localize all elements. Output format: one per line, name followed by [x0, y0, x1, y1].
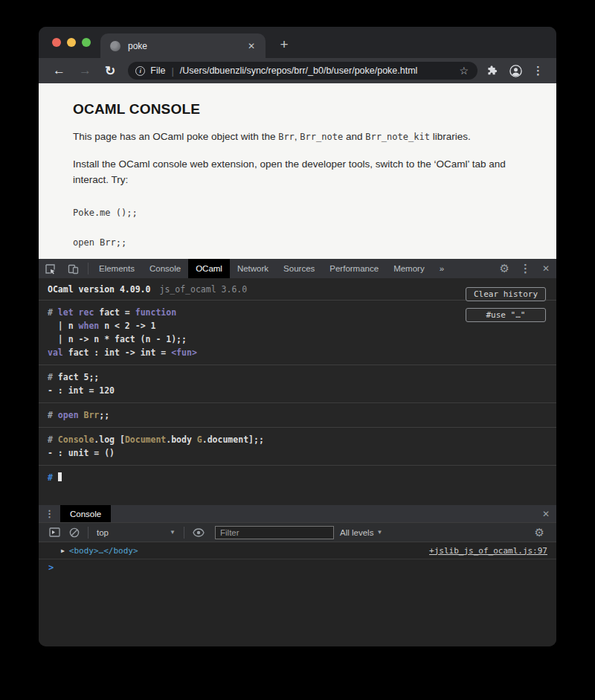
text-segment: Console	[58, 434, 94, 445]
devtools-controls: ⚙ ⋮ ✕	[486, 259, 556, 278]
address-bar[interactable]: i File | /Users/dbuenzli/sync/repos/brr/…	[128, 62, 477, 80]
text-segment: libraries.	[430, 131, 471, 142]
devtools-tabbar: Elements Console OCaml Network Sources P…	[39, 259, 556, 278]
traffic-lights	[52, 38, 91, 47]
console-settings-gear-icon[interactable]: ⚙	[529, 526, 550, 539]
code-sample: open Brr;;	[73, 237, 522, 248]
tab-favicon-icon	[110, 41, 120, 51]
page-info-icon[interactable]: i	[135, 66, 145, 76]
text-segment: #	[48, 410, 58, 420]
page-content: OCAML CONSOLE This page has an OCaml pok…	[39, 83, 556, 259]
drawer-close-icon[interactable]: ✕	[536, 509, 556, 519]
devtools-menu-icon[interactable]: ⋮	[515, 262, 536, 275]
devtools-close-icon[interactable]: ✕	[536, 263, 556, 274]
logged-dom-node[interactable]: <body>…</body>	[69, 546, 138, 556]
forward-icon[interactable]: →	[72, 63, 98, 78]
browser-window: poke ✕ + ← → ↻ i File | /Users/dbuenzli/…	[39, 27, 556, 646]
use-file-button[interactable]: #use "…"	[466, 308, 546, 322]
text-segment: val	[48, 347, 63, 358]
clear-console-icon[interactable]	[65, 527, 84, 538]
text-segment: Brr	[84, 410, 100, 420]
console-messages: ▶ <body>…</body> +jslib_js_of_ocaml.js:9…	[39, 542, 556, 646]
tab-console[interactable]: Console	[142, 259, 188, 278]
browser-tab[interactable]: poke ✕	[100, 33, 266, 58]
repl-entry: # open Brr;;	[39, 403, 556, 428]
text-segment: #	[48, 472, 58, 483]
tab-memory[interactable]: Memory	[386, 259, 432, 278]
console-drawer-header: ⋮ Console ✕	[39, 505, 556, 523]
toolbar-right: ⋮	[482, 64, 549, 77]
text-segment: fact 5;;	[58, 372, 99, 382]
divider	[88, 263, 89, 274]
chevron-down-icon: ▼	[170, 529, 176, 536]
extensions-puzzle-icon[interactable]	[482, 65, 504, 77]
text-segment: This page has an OCaml poke object with …	[73, 131, 278, 142]
url-scheme-label: File	[150, 65, 165, 76]
context-selector-value: top	[97, 528, 109, 537]
text-segment: .body	[166, 434, 197, 445]
text-segment: #	[48, 372, 58, 382]
maximize-window-button[interactable]	[82, 38, 91, 47]
install-paragraph: Install the OCaml console web extension,…	[73, 157, 522, 188]
repl-buttons: Clear history #use "…"	[466, 287, 546, 322]
repl-entry: # Console.log [Document.body G.document]…	[39, 428, 556, 466]
devtools-settings-gear-icon[interactable]: ⚙	[493, 262, 515, 275]
intro-paragraph: This page has an OCaml poke object with …	[73, 129, 522, 145]
repl-entry: # fact 5;; - : int = 120	[39, 365, 556, 403]
text-segment	[79, 410, 84, 420]
divider	[88, 527, 89, 539]
text-segment: n < 2 -> 1	[99, 321, 155, 331]
inspect-element-icon[interactable]	[39, 259, 62, 278]
bookmark-star-icon[interactable]: ☆	[457, 65, 470, 77]
tab-elements[interactable]: Elements	[91, 259, 142, 278]
console-sidebar-icon[interactable]	[45, 527, 65, 537]
text-segment: Document	[125, 434, 166, 445]
text-segment: let rec	[58, 307, 94, 318]
tab-sources[interactable]: Sources	[276, 259, 322, 278]
reload-icon[interactable]: ↻	[98, 63, 122, 79]
console-prompt-chevron: >	[48, 562, 54, 573]
text-segment: - : unit = ()	[48, 448, 115, 458]
tab-performance[interactable]: Performance	[322, 259, 386, 278]
tab-close-icon[interactable]: ✕	[245, 39, 258, 53]
text-segment: ;;	[99, 410, 109, 420]
text-segment: .document];;	[202, 434, 264, 445]
minimize-window-button[interactable]	[67, 38, 76, 47]
tab-ocaml[interactable]: OCaml	[188, 259, 230, 278]
text-segment: Brr	[278, 132, 295, 142]
new-tab-button[interactable]: +	[274, 35, 294, 54]
drawer-tab-console[interactable]: Console	[60, 505, 111, 522]
text-segment: | n	[48, 321, 79, 331]
ocaml-version-label: OCaml version 4.09.0	[48, 284, 150, 295]
text-segment: and	[343, 131, 365, 142]
log-source-link[interactable]: +jslib_js_of_ocaml.js:97	[429, 546, 547, 556]
text-segment: function	[135, 307, 176, 318]
log-levels-dropdown[interactable]: All levels ▼	[340, 528, 382, 537]
url-text[interactable]: /Users/dbuenzli/sync/repos/brr/_b0/b/use…	[180, 65, 458, 76]
page-title: OCAML CONSOLE	[73, 101, 522, 118]
browser-menu-icon[interactable]: ⋮	[527, 64, 549, 77]
browser-toolbar: ← → ↻ i File | /Users/dbuenzli/sync/repo…	[39, 58, 556, 83]
profile-avatar-icon[interactable]	[504, 65, 527, 77]
context-selector[interactable]: top ▼	[92, 528, 180, 537]
back-icon[interactable]: ←	[46, 63, 72, 78]
close-window-button[interactable]	[52, 38, 61, 47]
text-segment: fact =	[94, 307, 135, 318]
live-expression-eye-icon[interactable]	[188, 528, 209, 537]
divider	[184, 527, 184, 539]
more-tabs-chevron[interactable]: »	[432, 259, 451, 278]
drawer-menu-icon[interactable]: ⋮	[39, 505, 60, 522]
tab-network[interactable]: Network	[230, 259, 276, 278]
console-prompt-row[interactable]: >	[39, 559, 556, 575]
ocaml-repl-panel: OCaml version 4.09.0 js_of_ocaml 3.6.0 C…	[39, 278, 556, 505]
filter-input[interactable]	[215, 526, 334, 539]
url-divider: |	[171, 65, 173, 77]
expand-triangle-icon[interactable]: ▶	[61, 548, 65, 554]
tab-strip: poke ✕ +	[39, 27, 556, 58]
device-toolbar-icon[interactable]	[62, 259, 85, 278]
console-toolbar: top ▼ All levels ▼ ⚙	[39, 523, 556, 542]
text-segment: Brr_note	[300, 132, 343, 142]
text-segment: Brr_note_kit	[365, 132, 430, 142]
clear-history-button[interactable]: Clear history	[466, 287, 546, 301]
repl-prompt[interactable]: #	[39, 466, 556, 489]
